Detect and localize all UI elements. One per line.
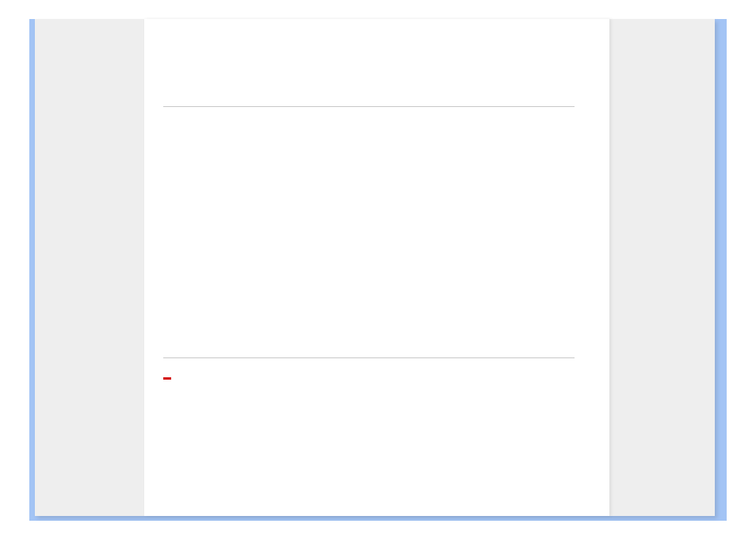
document-background: [35, 19, 715, 516]
scrollbar-track[interactable]: [739, 19, 746, 521]
section-heading: [163, 87, 575, 98]
lower-rule: [163, 357, 575, 358]
document-frame: [29, 19, 727, 521]
document-page[interactable]: [144, 19, 609, 516]
body-area: [144, 107, 609, 357]
footer-mark: [163, 377, 171, 380]
